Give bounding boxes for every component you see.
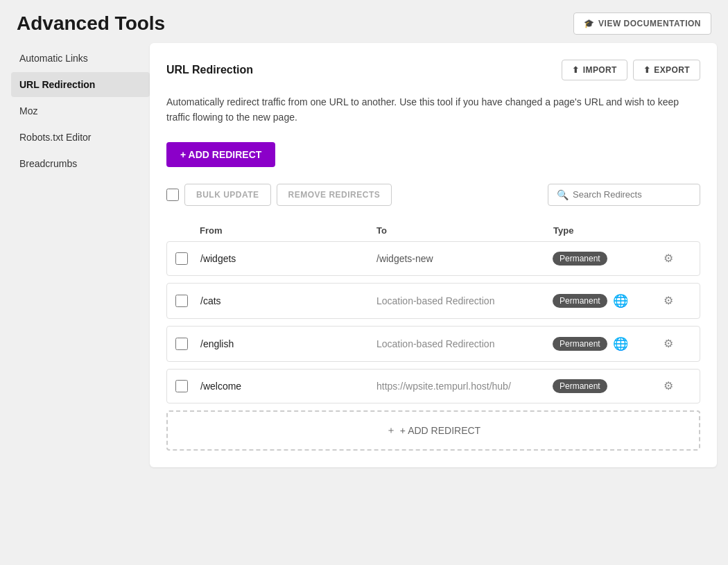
row-checkbox[interactable] (175, 338, 188, 350)
plus-icon-dashed: ＋ (386, 424, 396, 437)
globe-icon[interactable]: 🌐 (613, 336, 628, 351)
redirect-type-col: Permanent🌐 (553, 336, 664, 351)
sidebar-item-robots-txt[interactable]: Robots.txt Editor (11, 125, 150, 150)
search-input[interactable] (573, 189, 691, 200)
redirect-to: Location-based Redirection (376, 338, 553, 349)
redirect-type-col: Permanent (553, 379, 664, 393)
type-badge: Permanent (553, 294, 607, 308)
section-header: URL Redirection ⬆ IMPORT ⬆ EXPORT (166, 60, 700, 80)
redirect-from: /cats (200, 295, 376, 306)
gear-icon[interactable]: ⚙ (664, 337, 691, 350)
redirect-row: /welcomehttps://wpsite.tempurl.host/hub/… (166, 369, 700, 403)
redirect-type-col: Permanent (553, 252, 664, 266)
type-badge: Permanent (553, 252, 607, 266)
add-redirect-dashed-button[interactable]: ＋ + ADD REDIRECT (166, 410, 700, 451)
toolbar-left: BULK UPDATE REMOVE REDIRECTS (166, 184, 392, 206)
section-title: URL Redirection (166, 64, 253, 76)
table-header: From To Type (166, 220, 700, 241)
page-header: Advanced Tools 🎓 VIEW DOCUMENTATION (0, 0, 728, 43)
redirect-to: Location-based Redirection (376, 295, 553, 306)
search-icon: 🔍 (557, 189, 569, 200)
header-actions: ⬆ IMPORT ⬆ EXPORT (562, 60, 700, 80)
gear-icon[interactable]: ⚙ (664, 252, 691, 265)
gear-icon[interactable]: ⚙ (664, 294, 691, 307)
sidebar-item-moz[interactable]: Moz (11, 98, 150, 123)
remove-redirects-button[interactable]: REMOVE REDIRECTS (277, 184, 392, 206)
search-box: 🔍 (548, 184, 700, 206)
sidebar-item-url-redirection[interactable]: URL Redirection (11, 72, 150, 97)
col-from: From (200, 225, 376, 236)
toolbar: BULK UPDATE REMOVE REDIRECTS 🔍 (166, 184, 700, 206)
sidebar-item-breadcrumbs[interactable]: Breadcrumbs (11, 151, 150, 176)
select-all-checkbox[interactable] (166, 189, 179, 201)
main-content: URL Redirection ⬆ IMPORT ⬆ EXPORT Automa… (150, 43, 717, 467)
redirect-type-col: Permanent🌐 (553, 293, 664, 308)
page-title: Advanced Tools (17, 12, 165, 35)
redirect-rows: /widgets/widgets-newPermanent⚙/catsLocat… (166, 241, 700, 403)
main-layout: Automatic LinksURL RedirectionMozRobots.… (0, 43, 728, 478)
redirect-row: /catsLocation-based RedirectionPermanent… (166, 283, 700, 319)
col-to: To (376, 225, 553, 236)
bulk-update-button[interactable]: BULK UPDATE (184, 184, 271, 206)
export-icon: ⬆ (643, 65, 650, 75)
view-documentation-button[interactable]: 🎓 VIEW DOCUMENTATION (573, 12, 711, 35)
redirect-row: /widgets/widgets-newPermanent⚙ (166, 241, 700, 276)
add-redirect-primary-button[interactable]: + ADD REDIRECT (166, 142, 275, 167)
sidebar: Automatic LinksURL RedirectionMozRobots.… (11, 43, 150, 467)
gear-icon[interactable]: ⚙ (664, 379, 691, 392)
export-button[interactable]: ⬆ EXPORT (633, 60, 700, 80)
redirect-to: /widgets-new (376, 253, 553, 264)
type-badge: Permanent (553, 337, 607, 351)
import-icon: ⬆ (572, 65, 579, 75)
description-text: Automatically redirect traffic from one … (166, 94, 700, 125)
redirect-from: /welcome (200, 381, 376, 392)
row-checkbox[interactable] (175, 252, 188, 265)
row-checkbox[interactable] (175, 380, 188, 392)
type-badge: Permanent (553, 379, 607, 393)
redirect-row: /englishLocation-based RedirectionPerman… (166, 326, 700, 362)
import-button[interactable]: ⬆ IMPORT (562, 60, 627, 80)
col-type: Type (553, 225, 664, 236)
redirect-from: /widgets (200, 253, 376, 264)
redirect-from: /english (200, 338, 376, 349)
redirect-to: https://wpsite.tempurl.host/hub/ (376, 381, 553, 392)
row-checkbox[interactable] (175, 295, 188, 307)
globe-icon[interactable]: 🌐 (613, 293, 628, 308)
book-icon: 🎓 (584, 19, 595, 28)
sidebar-item-automatic-links[interactable]: Automatic Links (11, 46, 150, 71)
